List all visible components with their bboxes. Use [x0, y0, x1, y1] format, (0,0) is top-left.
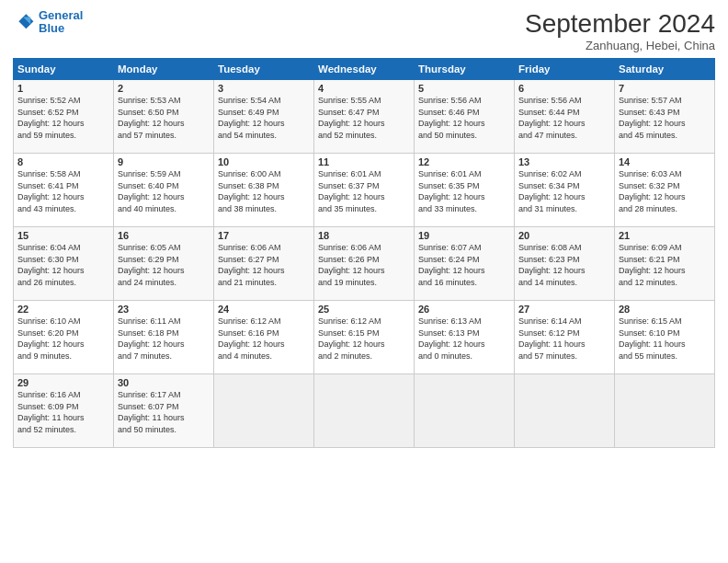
table-row: 22Sunrise: 6:10 AMSunset: 6:20 PMDayligh…: [14, 301, 114, 374]
header-row: Sunday Monday Tuesday Wednesday Thursday…: [14, 59, 715, 80]
col-wednesday: Wednesday: [314, 59, 415, 80]
table-row: 30Sunrise: 6:17 AMSunset: 6:07 PMDayligh…: [114, 374, 214, 448]
table-row: 1Sunrise: 5:52 AMSunset: 6:52 PMDaylight…: [14, 80, 114, 154]
col-monday: Monday: [114, 59, 214, 80]
table-row: 11Sunrise: 6:01 AMSunset: 6:37 PMDayligh…: [314, 154, 415, 227]
week-row: 8Sunrise: 5:58 AMSunset: 6:41 PMDaylight…: [14, 154, 715, 227]
table-row: 10Sunrise: 6:00 AMSunset: 6:38 PMDayligh…: [214, 154, 314, 227]
logo-icon: [13, 11, 35, 33]
table-row: 19Sunrise: 6:07 AMSunset: 6:24 PMDayligh…: [415, 227, 515, 301]
week-row: 15Sunrise: 6:04 AMSunset: 6:30 PMDayligh…: [14, 227, 715, 301]
table-row: 9Sunrise: 5:59 AMSunset: 6:40 PMDaylight…: [114, 154, 214, 227]
table-row: [515, 374, 615, 448]
table-row: 26Sunrise: 6:13 AMSunset: 6:13 PMDayligh…: [415, 301, 515, 374]
location: Zanhuang, Hebei, China: [525, 39, 715, 52]
table-row: 23Sunrise: 6:11 AMSunset: 6:18 PMDayligh…: [114, 301, 214, 374]
logo-text: General Blue: [39, 9, 83, 36]
table-row: 24Sunrise: 6:12 AMSunset: 6:16 PMDayligh…: [214, 301, 314, 374]
header: General Blue September 2024 Zanhuang, He…: [13, 9, 715, 52]
table-row: 18Sunrise: 6:06 AMSunset: 6:26 PMDayligh…: [314, 227, 415, 301]
logo: General Blue: [13, 9, 83, 36]
week-row: 22Sunrise: 6:10 AMSunset: 6:20 PMDayligh…: [14, 301, 715, 374]
col-thursday: Thursday: [415, 59, 515, 80]
table-row: [615, 374, 715, 448]
table-row: 2Sunrise: 5:53 AMSunset: 6:50 PMDaylight…: [114, 80, 214, 154]
calendar-table: Sunday Monday Tuesday Wednesday Thursday…: [13, 58, 715, 448]
calendar-container: General Blue September 2024 Zanhuang, He…: [0, 0, 728, 563]
table-row: 28Sunrise: 6:15 AMSunset: 6:10 PMDayligh…: [615, 301, 715, 374]
col-saturday: Saturday: [615, 59, 715, 80]
table-row: 16Sunrise: 6:05 AMSunset: 6:29 PMDayligh…: [114, 227, 214, 301]
table-row: 14Sunrise: 6:03 AMSunset: 6:32 PMDayligh…: [615, 154, 715, 227]
table-row: 29Sunrise: 6:16 AMSunset: 6:09 PMDayligh…: [14, 374, 114, 448]
col-sunday: Sunday: [14, 59, 114, 80]
table-row: 15Sunrise: 6:04 AMSunset: 6:30 PMDayligh…: [14, 227, 114, 301]
table-row: 13Sunrise: 6:02 AMSunset: 6:34 PMDayligh…: [515, 154, 615, 227]
table-row: 12Sunrise: 6:01 AMSunset: 6:35 PMDayligh…: [415, 154, 515, 227]
title-block: September 2024 Zanhuang, Hebei, China: [525, 9, 715, 52]
table-row: [415, 374, 515, 448]
svg-marker-0: [18, 14, 33, 29]
table-row: 4Sunrise: 5:55 AMSunset: 6:47 PMDaylight…: [314, 80, 415, 154]
table-row: 20Sunrise: 6:08 AMSunset: 6:23 PMDayligh…: [515, 227, 615, 301]
table-row: 7Sunrise: 5:57 AMSunset: 6:43 PMDaylight…: [615, 80, 715, 154]
col-friday: Friday: [515, 59, 615, 80]
table-row: 5Sunrise: 5:56 AMSunset: 6:46 PMDaylight…: [415, 80, 515, 154]
table-row: 8Sunrise: 5:58 AMSunset: 6:41 PMDaylight…: [14, 154, 114, 227]
week-row: 1Sunrise: 5:52 AMSunset: 6:52 PMDaylight…: [14, 80, 715, 154]
col-tuesday: Tuesday: [214, 59, 314, 80]
table-row: 21Sunrise: 6:09 AMSunset: 6:21 PMDayligh…: [615, 227, 715, 301]
table-row: 6Sunrise: 5:56 AMSunset: 6:44 PMDaylight…: [515, 80, 615, 154]
table-row: 17Sunrise: 6:06 AMSunset: 6:27 PMDayligh…: [214, 227, 314, 301]
week-row: 29Sunrise: 6:16 AMSunset: 6:09 PMDayligh…: [14, 374, 715, 448]
table-row: [214, 374, 314, 448]
month-title: September 2024: [525, 9, 715, 39]
table-row: [314, 374, 415, 448]
table-row: 25Sunrise: 6:12 AMSunset: 6:15 PMDayligh…: [314, 301, 415, 374]
table-row: 3Sunrise: 5:54 AMSunset: 6:49 PMDaylight…: [214, 80, 314, 154]
table-row: 27Sunrise: 6:14 AMSunset: 6:12 PMDayligh…: [515, 301, 615, 374]
